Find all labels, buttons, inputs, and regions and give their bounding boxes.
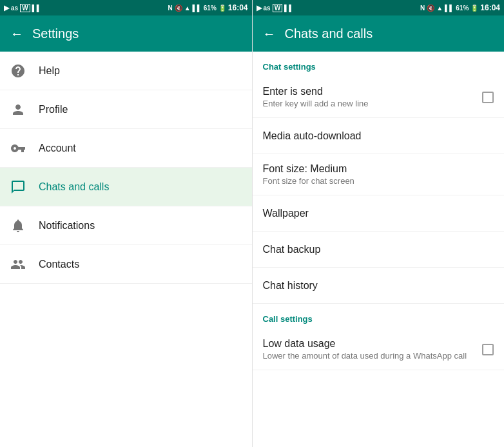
notifications-label: Notifications xyxy=(39,220,95,232)
mute-icon: 🔇 xyxy=(175,5,182,12)
menu-item-contacts[interactable]: Contacts xyxy=(0,245,252,284)
status-bar-right-icons: N 🔇 ▲ ▌▌ 61% 🔋 16:04 xyxy=(168,3,247,12)
signal-bars: ▌▌ xyxy=(193,5,202,12)
low-data-content: Low data usage Lower the amount of data … xyxy=(263,338,467,361)
status-bar-right-left-icons: ▶ as W ▌▌ xyxy=(257,4,294,12)
chat-history-title: Chat history xyxy=(263,280,318,292)
low-data-subtitle: Lower the amount of data used during a W… xyxy=(263,351,467,361)
low-data-title: Low data usage xyxy=(263,338,467,350)
menu-item-profile[interactable]: Profile xyxy=(0,90,252,129)
network-icons-r: N xyxy=(420,5,425,12)
battery-icon: 🔋 xyxy=(218,5,226,12)
status-bar-right-right-icons: N 🔇 ▲ ▌▌ 61% 🔋 16:04 xyxy=(420,3,500,12)
battery-percent: 61% xyxy=(204,5,217,12)
settings-title: Settings xyxy=(32,26,79,41)
chat-backup-title: Chat backup xyxy=(263,244,321,255)
play-icon: ▶ xyxy=(4,4,9,12)
menu-item-chats[interactable]: Chats and calls xyxy=(0,168,252,206)
key-icon xyxy=(10,141,26,156)
chat-backup-row[interactable]: Chat backup xyxy=(253,232,505,268)
left-panel: ▶ as W ▌▌ N 🔇 ▲ ▌▌ 61% 🔋 16:04 ← Setting… xyxy=(0,0,253,447)
chat-settings-content: Chat settings Enter is send Enter key wi… xyxy=(253,52,505,447)
chats-header: ← Chats and calls xyxy=(253,15,505,52)
low-data-checkbox[interactable] xyxy=(482,344,494,355)
font-size-content: Font size: Medium Font size for chat scr… xyxy=(263,163,354,186)
wifi-icon: ▲ xyxy=(184,5,191,12)
wallpaper-content: Wallpaper xyxy=(263,208,309,219)
enter-send-checkbox[interactable] xyxy=(482,92,494,103)
menu-item-account[interactable]: Account xyxy=(0,129,252,168)
media-auto-download-content: Media auto-download xyxy=(263,130,362,142)
chat-history-row[interactable]: Chat history xyxy=(253,268,505,304)
network-icons: N xyxy=(168,5,172,12)
wifi-icon-r: ▲ xyxy=(436,5,443,12)
w-icon: W xyxy=(20,4,30,12)
wallpaper-title: Wallpaper xyxy=(263,208,309,219)
enter-send-content: Enter is send Enter key will add a new l… xyxy=(263,86,369,108)
account-label: Account xyxy=(39,143,76,154)
battery-percent-r: 61% xyxy=(456,5,469,12)
mute-icon-r: 🔇 xyxy=(427,5,434,12)
enter-send-title: Enter is send xyxy=(263,86,369,97)
back-button[interactable]: ← xyxy=(10,26,23,41)
profile-label: Profile xyxy=(39,104,68,115)
settings-header: ← Settings xyxy=(0,15,252,52)
chats-back-button[interactable]: ← xyxy=(263,26,276,41)
menu-item-help[interactable]: Help xyxy=(0,52,252,90)
chats-label: Chats and calls xyxy=(39,181,109,193)
time-display-r: 16:04 xyxy=(480,3,500,12)
chat-history-content: Chat history xyxy=(263,280,318,292)
enter-send-subtitle: Enter key will add a new line xyxy=(263,99,369,108)
settings-menu: Help Profile Account Chats and calls xyxy=(0,52,252,447)
lastfm-icon-r: as xyxy=(264,5,271,12)
font-size-title: Font size: Medium xyxy=(263,163,354,175)
lastfm-icon: as xyxy=(11,5,18,12)
chat-icon xyxy=(10,179,26,195)
chats-title: Chats and calls xyxy=(285,26,373,41)
signal-icon-r: ▌▌ xyxy=(284,5,293,12)
signal-bars-r: ▌▌ xyxy=(445,5,454,12)
enter-send-row[interactable]: Enter is send Enter key will add a new l… xyxy=(253,77,505,118)
font-size-row[interactable]: Font size: Medium Font size for chat scr… xyxy=(253,154,505,195)
status-bar-left: ▶ as W ▌▌ N 🔇 ▲ ▌▌ 61% 🔋 16:04 xyxy=(0,0,252,15)
contacts-label: Contacts xyxy=(39,259,79,270)
right-panel: ▶ as W ▌▌ N 🔇 ▲ ▌▌ 61% 🔋 16:04 ← Chats a… xyxy=(253,0,505,447)
media-auto-download-row[interactable]: Media auto-download xyxy=(253,118,505,154)
low-data-row[interactable]: Low data usage Lower the amount of data … xyxy=(253,329,505,370)
people-icon xyxy=(10,257,26,272)
person-icon xyxy=(10,102,26,117)
font-size-subtitle: Font size for chat screen xyxy=(263,176,354,186)
chat-backup-content: Chat backup xyxy=(263,244,321,255)
menu-item-notifications[interactable]: Notifications xyxy=(0,206,252,245)
w-icon-r: W xyxy=(273,4,282,12)
battery-icon-r: 🔋 xyxy=(470,5,478,12)
signal-icon: ▌▌ xyxy=(32,5,41,12)
chat-settings-section-header: Chat settings xyxy=(253,52,505,77)
media-auto-download-title: Media auto-download xyxy=(263,130,362,142)
status-bar-right: ▶ as W ▌▌ N 🔇 ▲ ▌▌ 61% 🔋 16:04 xyxy=(253,0,505,15)
time-display: 16:04 xyxy=(228,3,248,12)
play-icon-r: ▶ xyxy=(257,4,262,12)
bell-icon xyxy=(10,218,26,233)
wallpaper-row[interactable]: Wallpaper xyxy=(253,195,505,232)
status-bar-left-icons: ▶ as W ▌▌ xyxy=(4,4,41,12)
help-icon xyxy=(10,63,26,79)
help-label: Help xyxy=(39,65,60,77)
call-settings-section-header: Call settings xyxy=(253,304,505,329)
